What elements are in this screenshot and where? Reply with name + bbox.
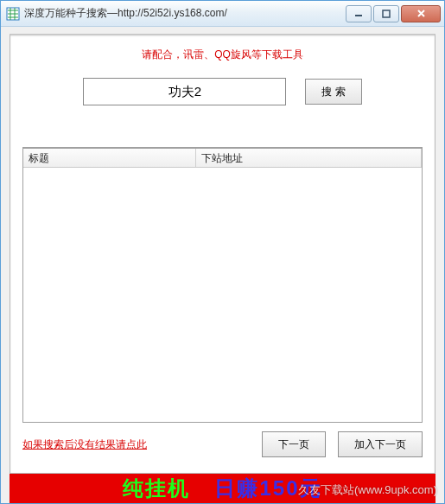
column-header-title[interactable]: 标题 bbox=[23, 149, 196, 167]
maximize-button[interactable] bbox=[373, 5, 399, 22]
window-title: 深度万能种子搜索—http://52i52i.ys168.com/ bbox=[24, 6, 344, 21]
search-input[interactable] bbox=[83, 78, 286, 105]
ad-text-2: 日赚150元 bbox=[214, 475, 321, 502]
pagination: 下一页 加入下一页 bbox=[262, 431, 423, 457]
search-button[interactable]: 搜 索 bbox=[305, 79, 361, 105]
ad-text-1: 纯挂机 bbox=[123, 475, 190, 502]
client-area: 请配合，讯雷、QQ旋风等下载工具 搜 索 标题 下站地址 如果搜索后没有结果请点… bbox=[1, 27, 444, 503]
table-header: 标题 下站地址 bbox=[23, 149, 422, 168]
main-panel: 请配合，讯雷、QQ旋风等下载工具 搜 索 标题 下站地址 如果搜索后没有结果请点… bbox=[10, 34, 435, 474]
results-table: 标题 下站地址 bbox=[22, 147, 423, 423]
ad-banner[interactable]: 纯挂机 日赚150元 bbox=[10, 474, 435, 503]
hint-text: 请配合，讯雷、QQ旋风等下载工具 bbox=[22, 44, 423, 78]
app-icon bbox=[6, 7, 20, 21]
titlebar[interactable]: 深度万能种子搜索—http://52i52i.ys168.com/ bbox=[1, 1, 444, 27]
app-window: 深度万能种子搜索—http://52i52i.ys168.com/ 请配合，讯雷… bbox=[0, 0, 445, 504]
next-page-button[interactable]: 下一页 bbox=[262, 431, 326, 457]
window-controls bbox=[344, 5, 441, 22]
no-results-link[interactable]: 如果搜索后没有结果请点此 bbox=[22, 437, 147, 452]
search-row: 搜 索 bbox=[22, 78, 423, 105]
minimize-button[interactable] bbox=[346, 5, 372, 22]
svg-rect-2 bbox=[383, 10, 390, 17]
table-body[interactable] bbox=[23, 168, 422, 422]
column-header-url[interactable]: 下站地址 bbox=[196, 149, 422, 167]
close-button[interactable] bbox=[401, 5, 441, 22]
footer-row: 如果搜索后没有结果请点此 下一页 加入下一页 bbox=[22, 423, 423, 464]
add-next-page-button[interactable]: 加入下一页 bbox=[338, 431, 423, 457]
